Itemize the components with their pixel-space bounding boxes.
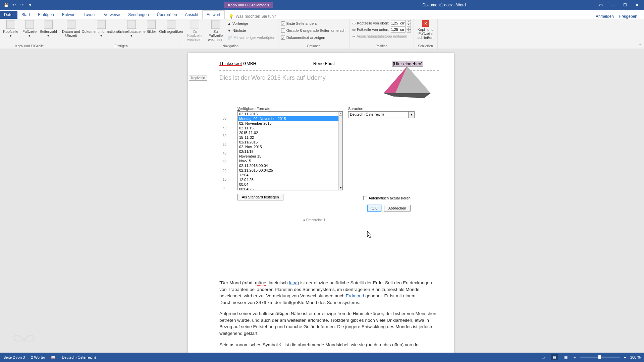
language-combobox[interactable]: Deutsch (Österreich) ▾ xyxy=(348,111,415,118)
header-company: Thinksecret GMBH xyxy=(219,61,256,67)
paragraph-1: "Der Mond (mhd. mâne; lateinisch luna) i… xyxy=(219,280,439,306)
language-value: Deutsch (Österreich) xyxy=(348,112,408,118)
redo-icon[interactable]: ↷ xyxy=(19,2,25,8)
tab-review[interactable]: Überprüfen xyxy=(153,11,181,19)
status-words[interactable]: 2 Wörter xyxy=(31,355,45,359)
first-page-different-checkbox[interactable]: ✓Erste Seite anders xyxy=(281,20,346,27)
sign-in-link[interactable]: Anmelden xyxy=(596,14,614,19)
previous-section-button[interactable]: ▲Vorherige xyxy=(227,20,275,27)
spin-up[interactable]: ▴ xyxy=(407,26,411,29)
format-item[interactable]: 2015-11-02 xyxy=(238,130,338,135)
next-section-button[interactable]: ▼Nächste xyxy=(227,27,275,34)
format-item[interactable]: 02/11/15 xyxy=(238,149,338,154)
print-layout-icon[interactable]: ▤ xyxy=(551,354,558,360)
status-page[interactable]: Seite 2 von 3 xyxy=(3,355,25,359)
butterfly-watermark xyxy=(12,330,36,350)
status-language[interactable]: Deutsch (Österreich) xyxy=(62,355,96,359)
odd-even-checkbox[interactable]: Gerade & ungerade Seiten untersch. xyxy=(281,27,346,34)
zoom-thumb[interactable] xyxy=(598,355,601,359)
qat-customize-icon[interactable]: ▾ xyxy=(27,2,34,8)
maximize-icon[interactable]: ☐ xyxy=(619,1,631,9)
auto-update-checkbox[interactable] xyxy=(363,196,367,200)
quickparts-button[interactable]: Schnellbausteine▾ xyxy=(122,20,141,38)
header-button[interactable]: Kopfzeile▾ xyxy=(3,20,19,38)
undo-icon[interactable]: ↶ xyxy=(11,2,17,8)
format-item[interactable]: 02.11.15 xyxy=(238,126,338,130)
footer-from-bottom-field: ▭ Fußzeile von unten: ▴▾ xyxy=(352,26,411,33)
spin-up[interactable]: ▴ xyxy=(407,20,411,23)
chevron-down-icon[interactable]: ▾ xyxy=(408,112,414,118)
close-window-icon[interactable]: ✕ xyxy=(631,1,643,9)
contextual-tab-strip: Entwurf xyxy=(202,10,225,19)
tab-design[interactable]: Entwurf xyxy=(58,11,80,19)
save-icon[interactable]: 💾 xyxy=(3,2,9,8)
format-item[interactable]: 02.11.2015 00:04:25 xyxy=(238,168,338,173)
scroll-up-icon[interactable]: ▴ xyxy=(339,112,342,116)
format-item[interactable]: November 15 xyxy=(238,154,338,159)
format-item[interactable]: 02.11.2015 xyxy=(238,112,338,116)
web-layout-icon[interactable]: ▦ xyxy=(562,354,570,360)
tell-me-search[interactable]: 💡 Was möchten Sie tun? xyxy=(229,14,276,19)
footer-icon xyxy=(25,20,34,29)
format-item[interactable]: 00:04:25 xyxy=(238,187,338,190)
tab-header-footer-design[interactable]: Entwurf xyxy=(202,10,225,19)
footer-from-bottom-input[interactable] xyxy=(391,26,406,33)
read-mode-icon[interactable]: ▭ xyxy=(539,354,547,360)
format-item[interactable]: 00:04 xyxy=(238,182,338,187)
format-item[interactable]: Nov-15 xyxy=(238,159,338,163)
format-item[interactable]: 12:04:25 xyxy=(238,177,338,182)
paragraph-2: Aufgrund seiner verhältnismäßigen Nähe i… xyxy=(219,310,439,337)
format-item[interactable]: 02.11.2015 00:04 xyxy=(238,163,338,168)
show-doc-text-checkbox[interactable]: ✓Dokumenttext anzeigen xyxy=(281,34,346,41)
ok-button[interactable]: OK xyxy=(367,205,381,212)
online-pictures-button[interactable]: Onlinegrafiken xyxy=(162,20,180,34)
tab-mailings[interactable]: Sendungen xyxy=(124,11,153,19)
header-from-top-input[interactable] xyxy=(391,20,406,26)
tab-file[interactable]: Datei xyxy=(0,11,17,19)
zoom-level[interactable]: 100 % xyxy=(630,355,641,359)
format-item[interactable]: 15-11-02 xyxy=(238,135,338,140)
tab-insert[interactable]: Einfügen xyxy=(34,11,58,19)
spin-down[interactable]: ▾ xyxy=(407,29,411,33)
share-button[interactable]: Freigeben xyxy=(619,14,637,19)
minimize-icon[interactable]: — xyxy=(607,1,619,9)
ribbon-options-icon[interactable]: ▭ xyxy=(595,1,606,9)
listbox-scrollbar[interactable]: ▴ ▾ xyxy=(338,112,342,190)
pagenumber-button[interactable]: Seitenzahl▾ xyxy=(40,20,56,38)
cancel-button[interactable]: Abbrechen xyxy=(384,205,411,212)
docinfo-button[interactable]: Dokumentinformationen▾ xyxy=(83,20,120,38)
format-item[interactable]: 02. November 2015 xyxy=(238,121,338,126)
link-previous-button[interactable]: 🔗Mit vorheriger verknüpfen xyxy=(227,34,275,41)
zoom-out-button[interactable]: − xyxy=(574,355,576,359)
ribbon-tabs: Datei Start Einfügen Entwurf Layout Verw… xyxy=(0,10,644,19)
lightbulb-icon: 💡 xyxy=(229,14,234,19)
goto-footer-button[interactable]: Zu Fußzeile wechseln xyxy=(207,20,225,42)
datetime-button[interactable]: Datum und Uhrzeit xyxy=(62,20,80,38)
zoom-in-button[interactable]: + xyxy=(624,355,626,359)
scroll-down-icon[interactable]: ▾ xyxy=(339,186,342,190)
format-item[interactable]: 12:04 xyxy=(238,173,338,177)
format-item[interactable]: 02/11/2015 xyxy=(238,140,338,144)
format-item[interactable]: Montag, 02. November 2015 xyxy=(238,116,338,121)
online-pictures-icon xyxy=(167,20,175,29)
tab-layout[interactable]: Layout xyxy=(79,11,100,19)
datetime-icon xyxy=(67,20,75,29)
close-header-footer-button[interactable]: ✕Kopf- und Fußzeile schließen xyxy=(417,20,435,40)
tab-view[interactable]: Ansicht xyxy=(181,11,202,19)
set-default-button[interactable]: Als Standard festlegen xyxy=(237,194,283,200)
format-item[interactable]: 02. Nov. 2015 xyxy=(238,144,338,149)
tab-start[interactable]: Start xyxy=(17,11,34,19)
collapse-ribbon-icon[interactable]: ⌃ xyxy=(639,44,641,47)
alignment-tab-button[interactable]: ⇥Ausrichtungstabstopp einfügen xyxy=(352,33,411,40)
zoom-slider[interactable] xyxy=(580,357,620,358)
status-proofing-icon[interactable]: 📖 xyxy=(51,355,56,360)
tab-references[interactable]: Verweise xyxy=(100,11,124,19)
header-tab-label: Kopfzeile xyxy=(189,75,207,81)
formats-listbox[interactable]: 02.11.2015Montag, 02. November 201502. N… xyxy=(237,111,343,190)
goto-header-button[interactable]: Zu Kopfzeile wechseln xyxy=(186,20,204,42)
docinfo-icon xyxy=(97,20,106,29)
spin-down[interactable]: ▾ xyxy=(407,23,411,26)
pictures-button[interactable]: Bilder xyxy=(143,20,159,34)
footer-button[interactable]: Fußzeile▾ xyxy=(21,20,38,38)
tell-me-placeholder: Was möchten Sie tun? xyxy=(236,14,276,19)
